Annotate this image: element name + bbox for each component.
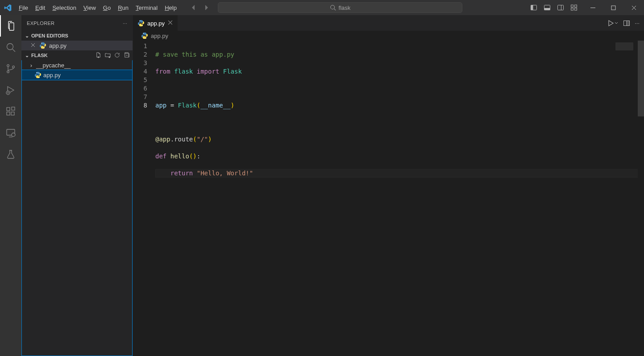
svg-rect-10 [571,8,573,10]
python-file-icon [39,42,46,49]
activity-bar [0,15,21,356]
chevron-down-icon: ⌄ [23,33,30,39]
workspace-tree: › __pycache__ app.py [21,60,133,356]
editor-actions: ··· [607,15,644,31]
open-editors-label: OPEN EDITORS [31,33,68,38]
workspace-name: FLASK [31,53,48,58]
code-content[interactable]: # save this as app.py from flask import … [155,41,644,356]
collapse-all-icon[interactable] [123,52,130,59]
svg-point-40 [39,77,40,78]
svg-rect-25 [12,107,15,110]
activity-extensions-icon[interactable] [0,101,21,122]
tab-close-icon[interactable] [167,20,173,27]
svg-line-17 [12,49,15,52]
nav-back-icon[interactable] [188,2,199,13]
breadcrumb[interactable]: app.py [133,31,644,41]
refresh-icon[interactable] [114,52,120,59]
activity-testing-icon[interactable] [0,144,21,165]
sidebar-explorer: EXPLORER ··· ⌄ OPEN EDITORS app.py ⌄ FLA… [21,15,133,356]
sidebar-title: EXPLORER [27,21,54,26]
folder-name: __pycache__ [36,62,71,69]
svg-point-49 [145,37,146,38]
vscode-logo-icon [0,4,15,12]
vertical-scrollbar[interactable] [638,41,644,356]
svg-rect-23 [7,112,10,115]
svg-point-0 [330,5,334,9]
svg-rect-6 [558,5,564,10]
workspace-header[interactable]: ⌄ FLASK [21,50,133,60]
toggle-secondary-sidebar-icon[interactable] [554,0,567,15]
sidebar-header: EXPLORER ··· [21,15,133,31]
nav-arrows [188,2,212,13]
menu-go[interactable]: Go [100,0,114,15]
window-close-button[interactable] [623,0,644,15]
menu-file[interactable]: FFileile [15,0,32,15]
line-gutter: 1 2 3 4 5 6 7 8 [133,41,155,356]
breadcrumb-file: app.py [151,33,168,39]
split-editor-icon[interactable] [623,20,630,27]
svg-rect-8 [571,5,573,7]
activity-explorer-icon[interactable] [0,15,21,37]
svg-point-39 [37,72,37,73]
editor-area: app.py ··· app.py 1 2 3 4 5 6 7 8 [133,15,644,356]
svg-rect-24 [11,112,14,115]
code-editor[interactable]: 1 2 3 4 5 6 7 8 # save this as app.py fr… [133,41,644,356]
menu-run[interactable]: Run [114,0,132,15]
svg-point-16 [7,44,13,50]
menu-terminal[interactable]: Terminal [132,0,161,15]
editor-more-icon[interactable]: ··· [635,20,640,26]
tab-label: app.py [147,20,165,27]
file-row-app[interactable]: app.py [22,70,132,80]
svg-rect-13 [611,6,615,10]
svg-point-18 [7,65,9,67]
toggle-primary-sidebar-icon[interactable] [527,0,540,15]
svg-rect-47 [627,21,630,25]
svg-line-1 [334,9,336,11]
svg-point-42 [142,25,143,26]
search-icon [330,4,336,11]
toggle-panel-icon[interactable] [540,0,554,15]
window-controls [582,0,644,15]
open-editors-header[interactable]: ⌄ OPEN EDITORS [21,31,133,41]
tab-app-py[interactable]: app.py [133,15,178,31]
window-minimize-button[interactable] [582,0,603,15]
new-file-icon[interactable] [95,52,102,59]
nav-forward-icon[interactable] [201,2,212,13]
folder-row-pycache[interactable]: › __pycache__ [22,60,132,70]
svg-rect-9 [575,5,577,7]
menu-view[interactable]: View [80,0,100,15]
menu-help[interactable]: Help [161,0,180,15]
new-folder-icon[interactable] [104,52,111,59]
svg-point-28 [12,133,15,137]
tab-bar: app.py ··· [133,15,644,31]
command-center-search[interactable]: flask [218,2,462,13]
svg-rect-3 [531,5,533,10]
file-name: app.py [43,72,61,79]
open-editor-item[interactable]: app.py [21,41,133,50]
python-file-icon [34,71,42,79]
open-editor-filename: app.py [49,42,66,49]
title-bar: FFileile Edit Selection View Go Run Term… [0,0,644,15]
menu-edit[interactable]: Edit [32,0,49,15]
chevron-right-icon: › [28,62,34,69]
svg-point-19 [7,71,9,73]
window-maximize-button[interactable] [603,0,623,15]
menu-selection[interactable]: Selection [49,0,79,15]
workspace-actions [95,50,130,60]
activity-remote-icon[interactable] [0,122,21,144]
run-file-icon[interactable] [607,20,619,27]
minimap[interactable] [615,41,638,356]
python-file-icon [137,20,145,27]
svg-point-41 [140,21,141,21]
sidebar-more-icon[interactable]: ··· [123,21,127,26]
search-text: flask [339,4,351,11]
activity-search-icon[interactable] [0,37,21,58]
layout-controls [527,0,581,15]
close-editor-icon[interactable] [30,42,37,49]
svg-point-31 [42,43,42,44]
activity-source-control-icon[interactable] [0,58,21,79]
chevron-down-icon: ⌄ [23,53,30,58]
activity-run-debug-icon[interactable] [0,79,21,101]
main-menu: FFileile Edit Selection View Go Run Term… [15,0,180,15]
customize-layout-icon[interactable] [567,0,581,15]
